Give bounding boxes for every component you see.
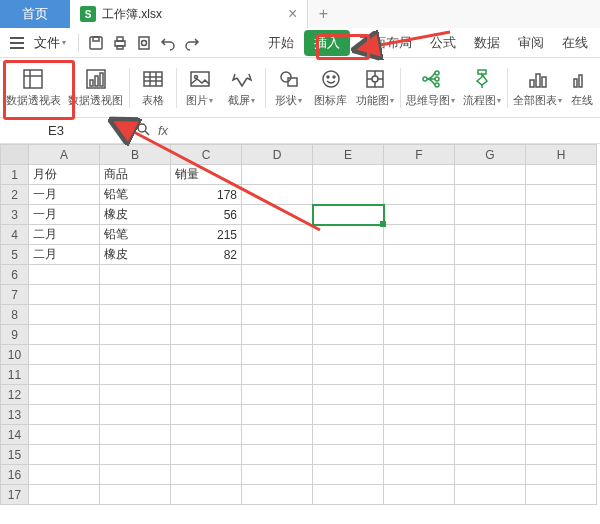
row-header[interactable]: 15 <box>1 445 29 465</box>
cell[interactable] <box>100 485 171 505</box>
all-charts-button[interactable]: 全部图表▾ <box>510 63 567 112</box>
cell[interactable] <box>29 485 100 505</box>
save-icon[interactable] <box>85 32 107 54</box>
tab-page-layout[interactable]: 页面布局 <box>352 30 420 56</box>
cell[interactable] <box>455 365 526 385</box>
cell[interactable] <box>384 325 455 345</box>
new-tab-button[interactable]: + <box>308 5 338 23</box>
cell[interactable] <box>384 465 455 485</box>
cell[interactable] <box>171 425 242 445</box>
cell[interactable] <box>455 465 526 485</box>
fx-label[interactable]: fx <box>158 123 168 138</box>
cell[interactable] <box>313 405 384 425</box>
icon-library-button[interactable]: 图标库 <box>310 63 352 112</box>
print-icon[interactable] <box>109 32 131 54</box>
redo-icon[interactable] <box>181 32 203 54</box>
col-header-a[interactable]: A <box>29 145 100 165</box>
cell[interactable] <box>384 305 455 325</box>
tab-online[interactable]: 在线 <box>554 30 596 56</box>
row-header[interactable]: 3 <box>1 205 29 225</box>
cell[interactable] <box>384 225 455 245</box>
cell[interactable] <box>455 285 526 305</box>
pivot-table-button[interactable]: 数据透视表 <box>2 63 64 112</box>
cell[interactable] <box>384 345 455 365</box>
cell[interactable] <box>455 245 526 265</box>
cell[interactable] <box>100 385 171 405</box>
cell[interactable] <box>171 345 242 365</box>
cell[interactable] <box>242 205 313 225</box>
cell[interactable] <box>313 165 384 185</box>
cell[interactable]: 销量 <box>171 165 242 185</box>
row-header[interactable]: 9 <box>1 325 29 345</box>
cell[interactable] <box>242 285 313 305</box>
cell[interactable] <box>313 365 384 385</box>
cell[interactable] <box>313 445 384 465</box>
cell[interactable] <box>313 285 384 305</box>
menu-icon[interactable] <box>8 35 26 51</box>
cell[interactable] <box>526 265 597 285</box>
cell[interactable] <box>384 185 455 205</box>
cell[interactable] <box>384 265 455 285</box>
cell[interactable] <box>526 305 597 325</box>
cell[interactable] <box>100 425 171 445</box>
screenshot-button[interactable]: 截屏▾ <box>221 63 263 112</box>
cell[interactable] <box>455 485 526 505</box>
cell[interactable] <box>242 445 313 465</box>
cell[interactable] <box>313 325 384 345</box>
cell[interactable] <box>171 265 242 285</box>
col-header-e[interactable]: E <box>313 145 384 165</box>
cell[interactable] <box>455 325 526 345</box>
mindmap-button[interactable]: 思维导图▾ <box>403 63 460 112</box>
cell[interactable] <box>526 325 597 345</box>
cell[interactable] <box>171 445 242 465</box>
cell[interactable] <box>313 345 384 365</box>
cell[interactable] <box>100 465 171 485</box>
cell[interactable] <box>384 385 455 405</box>
cell[interactable] <box>384 365 455 385</box>
cell[interactable] <box>242 485 313 505</box>
cell[interactable] <box>384 485 455 505</box>
cell[interactable] <box>526 405 597 425</box>
cell[interactable] <box>455 345 526 365</box>
cell[interactable] <box>100 405 171 425</box>
cell[interactable] <box>455 265 526 285</box>
cell[interactable] <box>29 345 100 365</box>
cell[interactable] <box>526 445 597 465</box>
cell[interactable] <box>313 465 384 485</box>
cell[interactable] <box>242 225 313 245</box>
col-header-c[interactable]: C <box>171 145 242 165</box>
row-header[interactable]: 6 <box>1 265 29 285</box>
cell[interactable] <box>242 425 313 445</box>
cell[interactable] <box>100 285 171 305</box>
home-tab[interactable]: 首页 <box>0 0 70 28</box>
col-header-g[interactable]: G <box>455 145 526 165</box>
online-chart-button[interactable]: 在线 <box>566 63 598 112</box>
tab-formula[interactable]: 公式 <box>422 30 464 56</box>
cell[interactable] <box>313 385 384 405</box>
cell[interactable] <box>29 425 100 445</box>
col-header-b[interactable]: B <box>100 145 171 165</box>
cell[interactable] <box>313 245 384 265</box>
tab-insert[interactable]: 插入 <box>304 30 350 56</box>
cell[interactable] <box>242 385 313 405</box>
cell[interactable] <box>526 185 597 205</box>
col-header-f[interactable]: F <box>384 145 455 165</box>
cell[interactable] <box>526 245 597 265</box>
cell[interactable] <box>29 405 100 425</box>
cell[interactable]: 橡皮 <box>100 205 171 225</box>
tab-review[interactable]: 审阅 <box>510 30 552 56</box>
cell[interactable] <box>29 305 100 325</box>
cell[interactable]: 一月 <box>29 205 100 225</box>
cell[interactable] <box>313 425 384 445</box>
cell[interactable] <box>29 325 100 345</box>
cell[interactable] <box>171 465 242 485</box>
cell[interactable] <box>171 405 242 425</box>
cell[interactable] <box>242 265 313 285</box>
cell[interactable] <box>171 365 242 385</box>
cell[interactable] <box>100 325 171 345</box>
cell[interactable] <box>526 205 597 225</box>
cell[interactable]: 二月 <box>29 225 100 245</box>
cell[interactable] <box>526 225 597 245</box>
cell[interactable] <box>455 385 526 405</box>
cell[interactable] <box>242 245 313 265</box>
